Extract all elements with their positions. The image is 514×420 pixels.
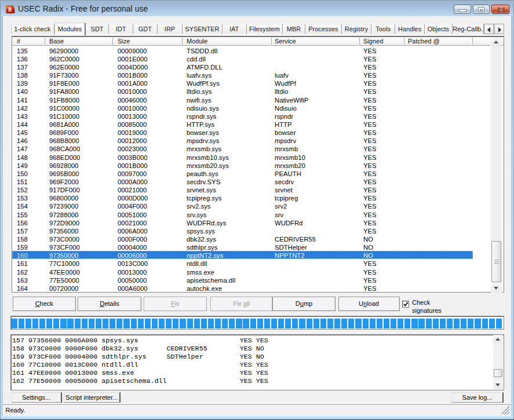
- svg-text:R: R: [8, 7, 12, 13]
